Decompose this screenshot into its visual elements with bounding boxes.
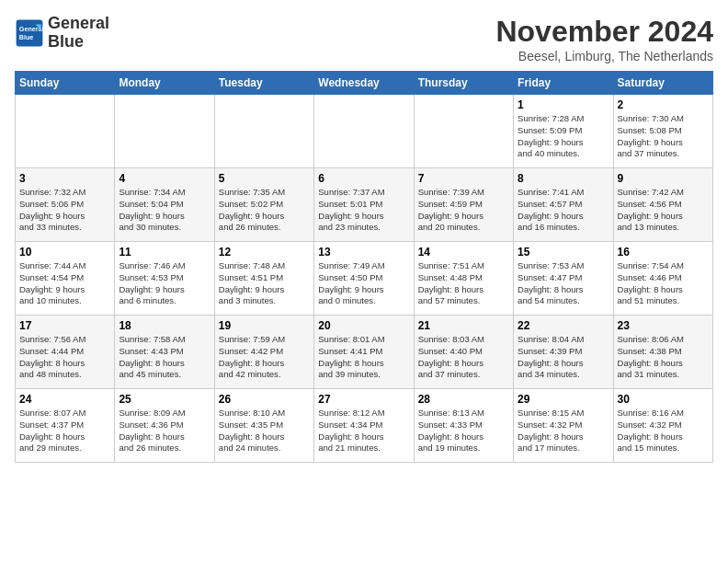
day-info: Sunrise: 7:44 AM Sunset: 4:54 PM Dayligh… [19, 260, 110, 307]
title-block: November 2024 Beesel, Limburg, The Nethe… [495, 15, 713, 63]
day-info: Sunrise: 7:56 AM Sunset: 4:44 PM Dayligh… [19, 334, 110, 381]
calendar-cell: 14Sunrise: 7:51 AM Sunset: 4:48 PM Dayli… [414, 242, 513, 316]
calendar-cell: 27Sunrise: 8:12 AM Sunset: 4:34 PM Dayli… [314, 389, 414, 463]
day-number: 4 [119, 172, 210, 185]
calendar-cell: 4Sunrise: 7:34 AM Sunset: 5:04 PM Daylig… [115, 168, 214, 242]
header-day: Friday [514, 72, 613, 95]
day-number: 18 [119, 319, 210, 332]
day-number: 19 [219, 319, 310, 332]
calendar-cell: 16Sunrise: 7:54 AM Sunset: 4:46 PM Dayli… [613, 242, 712, 316]
calendar-cell: 8Sunrise: 7:41 AM Sunset: 4:57 PM Daylig… [514, 168, 613, 242]
calendar-cell: 2Sunrise: 7:30 AM Sunset: 5:08 PM Daylig… [613, 95, 712, 168]
calendar-cell: 5Sunrise: 7:35 AM Sunset: 5:02 PM Daylig… [214, 168, 313, 242]
day-info: Sunrise: 8:06 AM Sunset: 4:38 PM Dayligh… [618, 334, 709, 381]
day-number: 10 [19, 246, 110, 259]
day-number: 3 [19, 172, 110, 185]
header-day: Tuesday [214, 72, 313, 95]
day-info: Sunrise: 7:41 AM Sunset: 4:57 PM Dayligh… [518, 187, 609, 234]
day-number: 27 [318, 393, 409, 406]
calendar-cell: 7Sunrise: 7:39 AM Sunset: 4:59 PM Daylig… [414, 168, 513, 242]
logo-icon: General Blue [15, 18, 44, 48]
calendar-cell: 22Sunrise: 8:04 AM Sunset: 4:39 PM Dayli… [514, 316, 613, 389]
calendar-cell: 15Sunrise: 7:53 AM Sunset: 4:47 PM Dayli… [514, 242, 613, 316]
subtitle: Beesel, Limburg, The Netherlands [495, 49, 713, 63]
calendar-cell: 3Sunrise: 7:32 AM Sunset: 5:06 PM Daylig… [16, 168, 115, 242]
day-number: 2 [618, 98, 709, 111]
day-number: 23 [618, 319, 709, 332]
header-day: Monday [115, 72, 214, 95]
day-info: Sunrise: 7:58 AM Sunset: 4:43 PM Dayligh… [119, 334, 210, 381]
calendar-body: 1Sunrise: 7:28 AM Sunset: 5:09 PM Daylig… [16, 95, 713, 463]
day-info: Sunrise: 7:53 AM Sunset: 4:47 PM Dayligh… [518, 260, 609, 307]
calendar-week: 24Sunrise: 8:07 AM Sunset: 4:37 PM Dayli… [16, 389, 713, 463]
day-number: 12 [219, 246, 310, 259]
logo: General Blue General Blue [15, 15, 109, 52]
calendar-cell [314, 95, 414, 168]
month-title: November 2024 [495, 15, 713, 49]
header-day: Wednesday [314, 72, 414, 95]
day-number: 6 [318, 172, 409, 185]
calendar-week: 17Sunrise: 7:56 AM Sunset: 4:44 PM Dayli… [16, 316, 713, 389]
day-info: Sunrise: 7:28 AM Sunset: 5:09 PM Dayligh… [518, 113, 609, 160]
day-info: Sunrise: 8:15 AM Sunset: 4:32 PM Dayligh… [518, 408, 609, 454]
day-info: Sunrise: 8:12 AM Sunset: 4:34 PM Dayligh… [318, 408, 409, 454]
day-number: 7 [418, 172, 509, 185]
day-info: Sunrise: 7:54 AM Sunset: 4:46 PM Dayligh… [618, 260, 709, 307]
day-number: 24 [19, 393, 110, 406]
day-info: Sunrise: 7:49 AM Sunset: 4:50 PM Dayligh… [318, 260, 409, 307]
day-info: Sunrise: 8:10 AM Sunset: 4:35 PM Dayligh… [219, 408, 310, 454]
day-number: 29 [518, 393, 609, 406]
calendar-cell: 1Sunrise: 7:28 AM Sunset: 5:09 PM Daylig… [514, 95, 613, 168]
calendar-cell: 28Sunrise: 8:13 AM Sunset: 4:33 PM Dayli… [414, 389, 513, 463]
day-number: 13 [318, 246, 409, 259]
svg-text:Blue: Blue [19, 33, 34, 41]
calendar-table: SundayMondayTuesdayWednesdayThursdayFrid… [15, 71, 713, 463]
day-info: Sunrise: 7:32 AM Sunset: 5:06 PM Dayligh… [19, 187, 110, 234]
day-number: 16 [618, 246, 709, 259]
calendar-cell: 26Sunrise: 8:10 AM Sunset: 4:35 PM Dayli… [214, 389, 313, 463]
calendar-week: 3Sunrise: 7:32 AM Sunset: 5:06 PM Daylig… [16, 168, 713, 242]
day-info: Sunrise: 7:51 AM Sunset: 4:48 PM Dayligh… [418, 260, 509, 307]
day-number: 8 [518, 172, 609, 185]
day-info: Sunrise: 7:59 AM Sunset: 4:42 PM Dayligh… [219, 334, 310, 381]
calendar-week: 10Sunrise: 7:44 AM Sunset: 4:54 PM Dayli… [16, 242, 713, 316]
header-day: Thursday [414, 72, 513, 95]
calendar-cell: 25Sunrise: 8:09 AM Sunset: 4:36 PM Dayli… [115, 389, 214, 463]
calendar-cell: 10Sunrise: 7:44 AM Sunset: 4:54 PM Dayli… [16, 242, 115, 316]
page-header: General Blue General Blue November 2024 … [15, 15, 713, 63]
calendar-cell: 23Sunrise: 8:06 AM Sunset: 4:38 PM Dayli… [613, 316, 712, 389]
day-info: Sunrise: 8:01 AM Sunset: 4:41 PM Dayligh… [318, 334, 409, 381]
header-day: Sunday [16, 72, 115, 95]
day-number: 1 [518, 98, 609, 111]
day-info: Sunrise: 7:34 AM Sunset: 5:04 PM Dayligh… [119, 187, 210, 234]
calendar-header: SundayMondayTuesdayWednesdayThursdayFrid… [16, 72, 713, 95]
day-number: 14 [418, 246, 509, 259]
day-info: Sunrise: 8:03 AM Sunset: 4:40 PM Dayligh… [418, 334, 509, 381]
calendar-cell: 19Sunrise: 7:59 AM Sunset: 4:42 PM Dayli… [214, 316, 313, 389]
calendar-cell: 30Sunrise: 8:16 AM Sunset: 4:32 PM Dayli… [613, 389, 712, 463]
header-day: Saturday [613, 72, 712, 95]
calendar-cell: 9Sunrise: 7:42 AM Sunset: 4:56 PM Daylig… [613, 168, 712, 242]
logo-text: General Blue [48, 15, 109, 52]
day-number: 11 [119, 246, 210, 259]
day-info: Sunrise: 7:37 AM Sunset: 5:01 PM Dayligh… [318, 187, 409, 234]
calendar-cell: 20Sunrise: 8:01 AM Sunset: 4:41 PM Dayli… [314, 316, 414, 389]
day-info: Sunrise: 7:39 AM Sunset: 4:59 PM Dayligh… [418, 187, 509, 234]
day-info: Sunrise: 8:07 AM Sunset: 4:37 PM Dayligh… [19, 408, 110, 454]
day-info: Sunrise: 8:09 AM Sunset: 4:36 PM Dayligh… [119, 408, 210, 454]
day-info: Sunrise: 7:42 AM Sunset: 4:56 PM Dayligh… [618, 187, 709, 234]
header-row: SundayMondayTuesdayWednesdayThursdayFrid… [16, 72, 713, 95]
day-number: 20 [318, 319, 409, 332]
day-number: 25 [119, 393, 210, 406]
day-number: 30 [618, 393, 709, 406]
day-number: 28 [418, 393, 509, 406]
day-number: 9 [618, 172, 709, 185]
day-number: 22 [518, 319, 609, 332]
calendar-week: 1Sunrise: 7:28 AM Sunset: 5:09 PM Daylig… [16, 95, 713, 168]
calendar-cell [115, 95, 214, 168]
day-info: Sunrise: 7:35 AM Sunset: 5:02 PM Dayligh… [219, 187, 310, 234]
day-info: Sunrise: 8:16 AM Sunset: 4:32 PM Dayligh… [618, 408, 709, 454]
calendar-cell: 6Sunrise: 7:37 AM Sunset: 5:01 PM Daylig… [314, 168, 414, 242]
calendar-cell: 29Sunrise: 8:15 AM Sunset: 4:32 PM Dayli… [514, 389, 613, 463]
day-info: Sunrise: 8:13 AM Sunset: 4:33 PM Dayligh… [418, 408, 509, 454]
